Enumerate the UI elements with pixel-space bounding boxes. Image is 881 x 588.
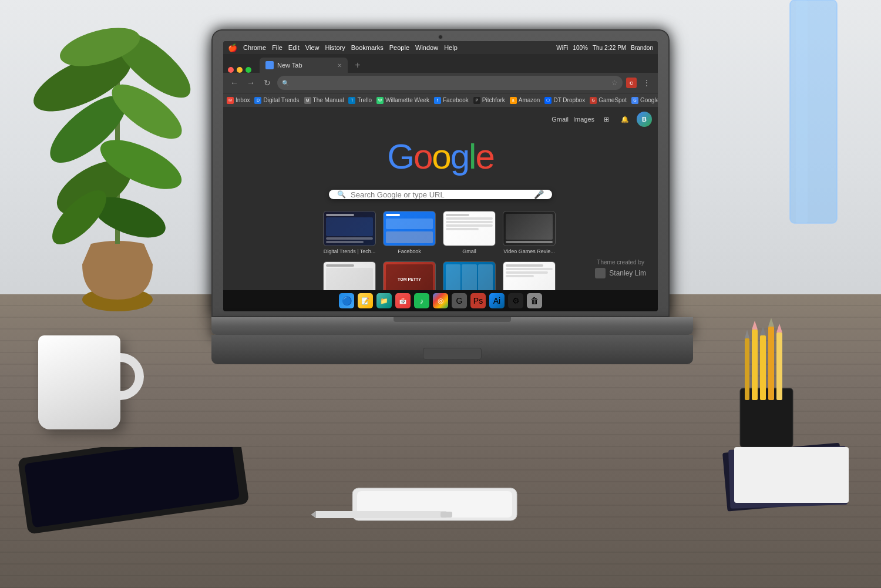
svg-rect-16 — [760, 335, 766, 400]
minimize-window-button[interactable] — [237, 67, 243, 73]
active-tab[interactable]: New Tab ✕ — [260, 58, 348, 73]
dock-finder[interactable]: 🔵 — [339, 293, 354, 308]
system-clock: Thu 2:22 PM — [593, 45, 626, 51]
fullscreen-window-button[interactable] — [246, 67, 251, 73]
tablet-device — [18, 447, 253, 541]
dock-chrome2[interactable]: G — [452, 293, 467, 308]
bookmark-dropbox[interactable]: ⬡ DT Dropbox — [544, 97, 585, 104]
pencil-holder — [711, 318, 822, 459]
dock-trash[interactable]: 🗑 — [527, 293, 542, 308]
quick-access-thumb-living — [503, 261, 556, 290]
notebooks — [717, 441, 869, 518]
bookmark-themanual[interactable]: M The Manual — [304, 97, 344, 104]
quick-access-thumb-trello — [443, 261, 496, 290]
bookmark-pitchfork[interactable]: P Pitchfork — [473, 97, 505, 104]
bookmark-gamespot[interactable]: G GameSpot — [590, 97, 627, 104]
google-logo-l: l — [469, 137, 475, 176]
chrome-browser: 🍎 Chrome File Edit View History Bookmark… — [223, 41, 658, 311]
svg-rect-34 — [441, 512, 452, 518]
menubar-chrome[interactable]: Chrome — [243, 44, 266, 51]
smartphone — [352, 482, 529, 529]
laptop-touchpad[interactable] — [423, 348, 482, 359]
chrome-menu-button[interactable]: ⋮ — [640, 76, 653, 89]
quick-access-thumb-dt — [323, 211, 376, 246]
tab-close-button[interactable]: ✕ — [337, 62, 342, 69]
quick-access-item-digitaltrends[interactable]: Digital Trends | Tech... — [323, 211, 376, 254]
gmail-link[interactable]: Gmail — [552, 116, 569, 123]
menubar-view[interactable]: View — [305, 44, 320, 51]
google-logo-o2: o — [432, 137, 450, 176]
quick-access-item-trello[interactable]: Boards | Trello — [443, 261, 496, 290]
quick-access-item-pitchfork[interactable]: Pitchfork | The Mos... — [323, 261, 376, 290]
dock-files[interactable]: 📁 — [376, 293, 392, 308]
menubar-left: 🍎 Chrome File Edit View History Bookmark… — [228, 43, 458, 52]
reload-button[interactable]: ↻ — [261, 76, 274, 89]
quick-access-item-videogames[interactable]: Video Games Revie... — [503, 211, 556, 254]
apple-menu-icon[interactable]: 🍎 — [228, 43, 237, 52]
menubar-bookmarks[interactable]: Bookmarks — [351, 44, 384, 51]
navigation-bar: ← → ↻ 🔍 ☆ C ⋮ — [223, 73, 658, 93]
theme-author: Stanley Lim — [595, 268, 646, 278]
user-account: Brandon — [631, 45, 653, 51]
quick-access-item-consequence[interactable]: TOM PETTY Consequence of So... — [383, 261, 436, 290]
bookmark-digitaltrends[interactable]: D Digital Trends — [254, 97, 299, 104]
notifications-button[interactable]: 🔔 — [618, 112, 632, 126]
bookmark-star-icon[interactable]: ☆ — [611, 79, 618, 87]
apps-grid-button[interactable]: ⊞ — [599, 112, 613, 126]
bookmark-analytics[interactable]: G Google Analytics — [631, 97, 658, 104]
bookmark-facebook[interactable]: f Facebook — [434, 97, 469, 104]
quick-access-item-living[interactable]: Living Articles for th... — [503, 261, 556, 290]
menubar-window[interactable]: Window — [415, 44, 438, 51]
stanley-lim-name: Stanley Lim — [609, 269, 646, 277]
chrono-extension-icon[interactable]: C — [626, 78, 637, 88]
laptop-screen: 🍎 Chrome File Edit View History Bookmark… — [223, 41, 658, 311]
battery-status: 100% — [573, 45, 588, 51]
menubar-help[interactable]: Help — [444, 44, 458, 51]
quick-access-label-gmail: Gmail — [443, 248, 496, 254]
traffic-lights — [228, 67, 251, 73]
bookmark-inbox-icon: ✉ — [227, 97, 234, 104]
bookmark-trello-label: Trello — [357, 97, 372, 103]
bookmark-inbox[interactable]: ✉ Inbox — [227, 97, 250, 104]
new-tab-button[interactable]: + — [350, 58, 365, 73]
dock-spotify[interactable]: ♪ — [414, 293, 429, 308]
dock-calendar[interactable]: 📅 — [395, 293, 411, 308]
forward-button[interactable]: → — [244, 76, 257, 89]
menubar-people[interactable]: People — [389, 44, 409, 51]
voice-search-icon[interactable]: 🎤 — [534, 190, 544, 199]
dock-photoshop[interactable]: Ps — [470, 293, 486, 308]
images-link[interactable]: Images — [573, 116, 594, 123]
bookmark-dt-icon: D — [254, 97, 261, 104]
svg-marker-19 — [768, 318, 774, 327]
bookmark-amazon[interactable]: a Amazon — [510, 97, 540, 104]
plant-decoration — [23, 12, 211, 317]
quick-access-label-dt: Digital Trends | Tech... — [323, 248, 376, 254]
user-avatar[interactable]: B — [637, 112, 652, 127]
back-button[interactable]: ← — [228, 76, 241, 89]
close-window-button[interactable] — [228, 67, 234, 73]
menubar-file[interactable]: File — [272, 44, 283, 51]
google-logo-g: G — [387, 137, 413, 176]
quick-access-item-facebook[interactable]: Facebook — [383, 211, 436, 254]
menubar-edit[interactable]: Edit — [288, 44, 300, 51]
google-search-bar[interactable]: 🔍 Search Google or type URL 🎤 — [329, 190, 552, 199]
google-logo-e: e — [475, 137, 493, 176]
dock-illustrator[interactable]: Ai — [489, 293, 505, 308]
bookmark-manual-label: The Manual — [313, 97, 344, 103]
bookmark-pitchfork-icon: P — [473, 97, 480, 104]
bookmark-will-icon: W — [376, 97, 384, 104]
macos-dock: 🔵 📝 📁 📅 ♪ ◎ G Ps Ai ⚙ 🗑 — [223, 290, 658, 311]
bookmark-trello[interactable]: T Trello — [348, 97, 372, 104]
address-bar[interactable]: 🔍 ☆ — [277, 76, 623, 90]
quick-access-thumb-gmail — [443, 211, 496, 246]
dock-chrome[interactable]: ◎ — [433, 293, 448, 308]
quick-access-item-gmail[interactable]: Gmail — [443, 211, 496, 254]
browser-chrome-bar: New Tab ✕ + ← → ↻ 🔍 — [223, 54, 658, 107]
bookmark-inbox-label: Inbox — [236, 97, 250, 103]
dock-settings[interactable]: ⚙ — [508, 293, 523, 308]
menubar-history[interactable]: History — [325, 44, 345, 51]
quick-access-thumb-vg — [503, 211, 556, 246]
bookmark-willamette[interactable]: W Willamette Week — [376, 97, 429, 104]
svg-rect-14 — [752, 330, 758, 400]
dock-notes[interactable]: 📝 — [358, 293, 373, 308]
